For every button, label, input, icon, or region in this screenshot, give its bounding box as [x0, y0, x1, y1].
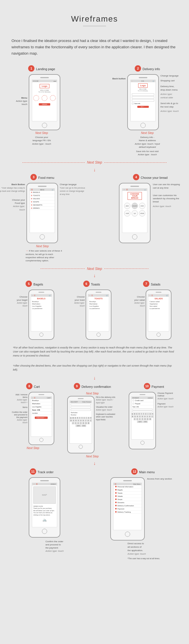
section-title-9: Delivery confirmation — [82, 385, 111, 388]
ann-right-2: Change language Shopping cart Delivery t… — [161, 74, 186, 113]
block-5-header: 5 Bagels — [26, 281, 43, 288]
block-8-header: 8 Cart — [26, 383, 40, 390]
screen-welcome-1: WELCOMETO XYZ BAGEL — [32, 89, 57, 93]
ann-left-3: Back Button *User always has a way to go… — [0, 183, 25, 211]
ann-delivery-info: Delivery info -Name & address Action typ… — [135, 136, 160, 149]
ann-right-9: Fill in the delivery infoAction type: to… — [96, 396, 117, 421]
block-4-bread: 4 Choose your bread ← ☰ 🛒 CHOO — [117, 174, 183, 243]
arrow-down-4: ↓ — [4, 461, 185, 466]
screen-logo-2: Logo — [138, 83, 148, 88]
block-12-header: 12 Main menu — [131, 468, 155, 476]
home-btn-5 — [39, 333, 43, 337]
ann-left-7: Chooseyour salad Action type:touch — [132, 290, 145, 307]
ann-left-6: Chooseyour toast Action type:touch — [72, 290, 85, 307]
phone-5: ← ☰ 🛒 BAGELS Brooklyn Manhattan Los Ange… — [28, 290, 54, 340]
ann-4sections: → If the user selects one of these 4sect… — [26, 249, 62, 262]
section-title-5: Bagels — [33, 283, 43, 286]
row-3: 5 Bagels Chooseyour bagel Action type:to… — [4, 281, 185, 340]
section-title-7: Salads — [151, 283, 161, 286]
block-11-track: 11 Track order ← ☰ ORDER — [7, 468, 76, 553]
footer-note-2: *After choosing the desired items, the u… — [4, 361, 185, 375]
row-1: 1 Landing page Menu Action type touch — [4, 65, 185, 156]
section-number-4: 4 — [133, 174, 139, 180]
phone-1: 9:41 AM ●●● Logo WELCOMETO XYZ BAGEL — [29, 74, 60, 130]
screen-10: PAYMENT method Credit card Paypal — [131, 396, 154, 440]
section-number-6: 6 — [83, 281, 90, 287]
section-number-1: 1 — [28, 65, 34, 72]
block-5-bagels: 5 Bagels Chooseyour bagel Action type:to… — [14, 281, 55, 340]
ann-save-info: Save info for next visit Action type : t… — [136, 150, 159, 156]
ann-right-12: Access from any section — [147, 477, 176, 483]
screen-logo-1: Logo — [40, 84, 49, 88]
footer-note-1: *For all other food sections, navigation… — [4, 343, 185, 361]
block-8-cart: 8 Cart Add / remove itemsAction type: to… — [10, 383, 56, 450]
home-btn-12 — [125, 532, 130, 537]
section-number-7: 7 — [143, 281, 149, 287]
block-7-salads: 7 Salads Chooseyour salad Action type:to… — [129, 281, 175, 340]
ann-right-10: Choose Payment methodAction type: touch … — [157, 392, 179, 408]
block-6-toasts: 6 Toasts Chooseyour toast Action type:to… — [72, 281, 112, 340]
ann-left-2: Back button — [109, 74, 126, 80]
block-10-payment: 10 Payment PAYMENT method — [129, 383, 179, 449]
ann-direct-access: Direct access to all sections of the app… — [128, 542, 160, 560]
confirm-order-ann: Confirm the order and proceed to the pay… — [45, 540, 64, 553]
block-1-landing: 1 Landing page Menu Action type touch — [7, 65, 76, 145]
screen-6: ← ☰ 🛒 TOASTS Brooklyn Manhattan Los Ange… — [88, 294, 109, 331]
section-number-10: 10 — [144, 383, 150, 389]
next-step-3: Next Step — [36, 245, 49, 248]
speaker-3 — [38, 186, 47, 187]
phone-9: DELIVERY Order Review Manhattan Brooklyn — [67, 396, 95, 453]
block-12-main-menu: 12 Main menu ☰ Main Menu Personal — [104, 468, 182, 560]
phone-3: ☰ MENU 🛒 BAGELS TOASTS SALADS SOUPS DESS… — [26, 183, 58, 243]
home-btn-11 — [42, 529, 47, 534]
section-title-6: Toasts — [91, 283, 100, 286]
screen-11: ← ☰ ORDER MAP ORDER #1234 Thank you for … — [32, 483, 57, 527]
arrow-down-2: ↓ — [4, 273, 185, 278]
next-step-row-1: Next Step — [4, 160, 185, 164]
ann-below-1: Choose your language FR / EN Action type… — [32, 136, 51, 145]
ann-left-11 — [4, 477, 27, 486]
block-9-header: 9 Delivery confirmation — [74, 383, 111, 390]
screen-2: ← 9:41 🛒 Logo WELCOMETO XYZ BAGEL — [130, 80, 156, 121]
home-btn-8 — [39, 438, 43, 442]
home-btn-10 — [140, 441, 144, 445]
section-title-11: Track order — [38, 470, 54, 474]
phone-8: ← ☰ CART Brooklyn Manhattan Los Angeles … — [28, 392, 54, 445]
ann-left-1: Menu Action type touch — [4, 96, 27, 108]
screen-9: DELIVERY Order Review Manhattan Brooklyn — [70, 400, 92, 444]
next-step-9-bottom: Next Step — [85, 455, 100, 458]
section-title-1: Landing page — [36, 67, 55, 71]
section-number-5: 5 — [26, 281, 32, 287]
screen-4: ← ☰ 🛒 CHOOSEYOURBREAD plain sesame onion… — [122, 188, 147, 233]
intro-paragraph: Once i finalised the ideation process an… — [0, 32, 189, 65]
home-btn-3 — [40, 234, 45, 239]
section-number-9: 9 — [74, 383, 80, 389]
block-6-header: 6 Toasts — [83, 281, 100, 288]
speaker-12 — [123, 480, 132, 481]
block-11-header: 11 Track order — [30, 468, 54, 476]
phone-12: ☰ Main Menu Personal information Bagels … — [110, 477, 145, 540]
home-btn-2 — [140, 123, 146, 128]
speaker-4 — [130, 186, 139, 187]
section-title-3: Food menu — [38, 176, 54, 179]
next-step-9-top: Next Step — [85, 392, 100, 395]
phone-11: ← ☰ ORDER MAP ORDER #1234 Thank you for … — [29, 477, 60, 538]
wireframes-container: 1 Landing page Menu Action type touch — [0, 65, 189, 560]
row-2: 3 Food menu Back Button *User always has… — [4, 174, 185, 262]
block-7-header: 7 Salads — [143, 281, 161, 288]
section-title-4: Choose your bread — [141, 176, 168, 179]
page-wrapper: Wireframes Once i finalised the ideation… — [0, 0, 189, 576]
speaker-2 — [139, 77, 147, 78]
screen-7: ← ☰ 🛒 SALADS Caesar salad Vegetarian Sea… — [148, 294, 169, 331]
section-title-12: Main menu — [139, 470, 155, 474]
phone-4: ← ☰ 🛒 CHOOSEYOURBREAD plain sesame onion… — [119, 183, 151, 243]
phone-2: ← 9:41 🛒 Logo WELCOMETO XYZ BAGEL — [127, 74, 159, 130]
screen-8: ← ☰ CART Brooklyn Manhattan Los Angeles … — [31, 396, 52, 437]
next-step-2: Next Step — [140, 131, 155, 135]
row-5: 11 Track order ← ☰ ORDER — [4, 468, 185, 560]
section-title-10: Payment — [152, 385, 164, 388]
section-title-8: Cart — [34, 385, 40, 388]
page-title: Wireframes — [0, 14, 189, 24]
home-btn-7 — [157, 333, 161, 337]
phone-7: ← ☰ 🛒 SALADS Caesar salad Vegetarian Sea… — [146, 290, 171, 340]
